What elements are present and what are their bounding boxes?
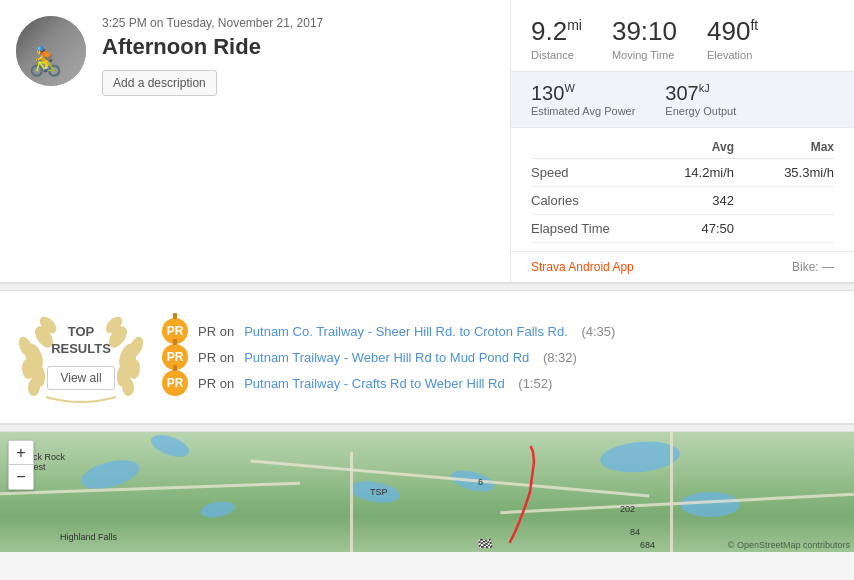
avg-power-label: Estimated Avg Power: [531, 105, 635, 117]
stats-row-avg: 342: [634, 193, 734, 208]
distance-stat: 9.2mi Distance: [531, 16, 582, 61]
stats-table: Avg Max Speed 14.2mi/h 35.3mi/h Calories…: [511, 128, 854, 251]
bike-info: Bike: —: [792, 260, 834, 274]
view-all-button[interactable]: View all: [47, 366, 114, 390]
energy-output-value: 307kJ: [665, 82, 736, 105]
pr-time: (4:35): [578, 324, 616, 339]
stats-row-avg: 47:50: [634, 221, 734, 236]
moving-time-stat: 39:10 Moving Time: [612, 16, 677, 61]
stats-row-label: Calories: [531, 193, 634, 208]
pr-list: PR PR on Putnam Co. Trailway - Sheer Hil…: [162, 318, 838, 396]
map-label-highland-falls: Highland Falls: [60, 532, 117, 542]
map-label-tsp: TSP: [370, 487, 388, 497]
map-label-202: 202: [620, 504, 635, 514]
stats-power-row: 130W Estimated Avg Power 307kJ Energy Ou…: [511, 72, 854, 128]
col-avg-header: Avg: [634, 140, 734, 154]
add-description-button[interactable]: Add a description: [102, 70, 217, 96]
pr-medal-icon: PR: [162, 370, 188, 396]
distance-label: Distance: [531, 49, 582, 61]
map-zoom-in-button[interactable]: +: [9, 441, 33, 465]
stats-row-max: [734, 221, 834, 236]
pr-segment-link[interactable]: Putnam Trailway - Weber Hill Rd to Mud P…: [244, 350, 529, 365]
stats-row: Speed 14.2mi/h 35.3mi/h: [531, 159, 834, 187]
strava-source-link[interactable]: Strava Android App: [531, 260, 634, 274]
stats-row-label: Elapsed Time: [531, 221, 634, 236]
map-route-overlay: [0, 432, 854, 552]
pr-segment-link[interactable]: Putnam Trailway - Crafts Rd to Weber Hil…: [244, 376, 505, 391]
moving-time-value: 39:10: [612, 16, 677, 47]
map-controls: + −: [8, 440, 34, 490]
moving-time-label: Moving Time: [612, 49, 677, 61]
pr-segment-link[interactable]: Putnam Co. Trailway - Sheer Hill Rd. to …: [244, 324, 568, 339]
pr-item: PR PR on Putnam Trailway - Crafts Rd to …: [162, 370, 838, 396]
activity-title: Afternoon Ride: [102, 34, 494, 60]
right-panel: 9.2mi Distance 39:10 Moving Time 490ft E…: [510, 0, 854, 282]
avg-power-value: 130W: [531, 82, 635, 105]
stats-row-max: [734, 193, 834, 208]
map-label-6: 6: [478, 477, 483, 487]
avg-power-stat: 130W Estimated Avg Power: [531, 82, 635, 117]
pr-time: (1:52): [515, 376, 553, 391]
stats-top-row: 9.2mi Distance 39:10 Moving Time 490ft E…: [511, 0, 854, 72]
pr-prefix: PR on: [198, 376, 234, 391]
elevation-value: 490ft: [707, 16, 758, 47]
map-zoom-out-button[interactable]: −: [9, 465, 33, 489]
map-label-84: 84: [630, 527, 640, 537]
col-max-header: Max: [734, 140, 834, 154]
top-section: 3:25 PM on Tuesday, November 21, 2017 Af…: [0, 0, 854, 283]
avatar: [16, 16, 86, 86]
stats-footer: Strava Android App Bike: —: [511, 251, 854, 282]
distance-value: 9.2mi: [531, 16, 582, 47]
finish-flag-icon: 🏁: [476, 538, 493, 552]
energy-output-stat: 307kJ Energy Output: [665, 82, 736, 117]
map-section: Black RockForest Highland Falls TSP 6 20…: [0, 432, 854, 552]
stats-row: Calories 342: [531, 187, 834, 215]
elevation-stat: 490ft Elevation: [707, 16, 758, 61]
pr-item: PR PR on Putnam Co. Trailway - Sheer Hil…: [162, 318, 838, 344]
section-divider-1: [0, 283, 854, 291]
top-results-text: TOP RESULTS View all: [47, 324, 114, 390]
pr-prefix: PR on: [198, 350, 234, 365]
stats-row-label: Speed: [531, 165, 634, 180]
stats-row-max: 35.3mi/h: [734, 165, 834, 180]
map-label-684: 684: [640, 540, 655, 550]
stats-row-avg: 14.2mi/h: [634, 165, 734, 180]
pr-item: PR PR on Putnam Trailway - Weber Hill Rd…: [162, 344, 838, 370]
stats-table-header: Avg Max: [531, 136, 834, 159]
left-panel: 3:25 PM on Tuesday, November 21, 2017 Af…: [0, 0, 510, 282]
activity-info: 3:25 PM on Tuesday, November 21, 2017 Af…: [102, 16, 494, 96]
pr-prefix: PR on: [198, 324, 234, 339]
elevation-label: Elevation: [707, 49, 758, 61]
activity-datetime: 3:25 PM on Tuesday, November 21, 2017: [102, 16, 494, 30]
energy-output-label: Energy Output: [665, 105, 736, 117]
activity-header: 3:25 PM on Tuesday, November 21, 2017 Af…: [16, 16, 494, 96]
map-attribution: © OpenStreetMap contributors: [728, 540, 850, 550]
trophy-badge: TOP RESULTS View all: [16, 307, 146, 407]
pr-time: (8:32): [539, 350, 577, 365]
stats-row: Elapsed Time 47:50: [531, 215, 834, 243]
section-divider-2: [0, 424, 854, 432]
top-results-section: TOP RESULTS View all PR PR on Putnam Co.…: [0, 291, 854, 424]
